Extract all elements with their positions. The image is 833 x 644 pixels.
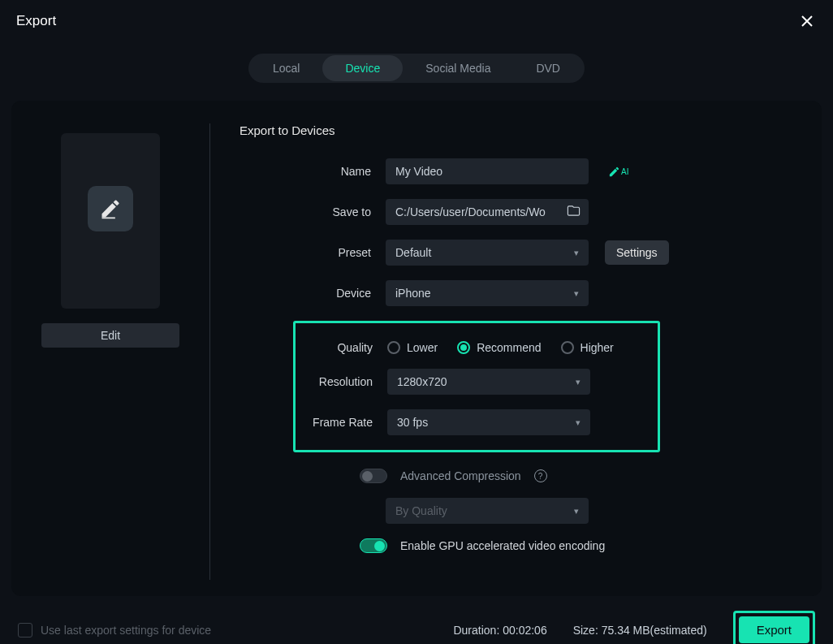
resolution-select[interactable]: 1280x720 ▾ [387, 369, 590, 395]
remember-label: Use last export settings for device [41, 624, 211, 637]
export-button[interactable]: Export [739, 616, 809, 643]
radio-icon [561, 341, 574, 354]
preset-value: Default [395, 246, 431, 259]
section-title: Export to Devices [240, 123, 805, 137]
chevron-down-icon: ▾ [574, 506, 579, 516]
export-button-highlight: Export [733, 611, 815, 644]
tab-group: Local Device Social Media DVD [248, 54, 585, 83]
help-button[interactable]: ? [534, 469, 547, 482]
edit-button[interactable]: Edit [41, 323, 179, 348]
pencil-ai-icon [608, 166, 620, 178]
device-value: iPhone [395, 287, 431, 300]
compression-mode-value: By Quality [395, 504, 447, 517]
question-icon: ? [538, 472, 543, 481]
adv-compression-label: Advanced Compression [400, 469, 521, 482]
name-input[interactable] [386, 158, 589, 184]
preset-select[interactable]: Default ▾ [386, 240, 589, 266]
compression-mode-select[interactable]: By Quality ▾ [386, 498, 589, 524]
preset-label: Preset [240, 246, 386, 259]
tab-local[interactable]: Local [250, 55, 322, 81]
settings-button[interactable]: Settings [605, 240, 669, 265]
ai-rename-button[interactable]: AI [608, 166, 628, 178]
chevron-down-icon: ▾ [576, 417, 581, 428]
chevron-down-icon: ▾ [576, 377, 581, 387]
resolution-label: Resolution [296, 375, 387, 388]
framerate-value: 30 fps [397, 416, 428, 429]
saveto-label: Save to [240, 205, 386, 218]
close-button[interactable] [797, 11, 817, 31]
toggle-knob-icon [362, 471, 373, 482]
preview-thumbnail [61, 133, 160, 309]
highlighted-settings-group: Quality Lower Recommend Higher [293, 321, 660, 452]
chevron-down-icon: ▾ [574, 288, 579, 299]
pencil-icon [99, 197, 122, 220]
radio-icon [457, 341, 470, 354]
quality-radio-higher[interactable]: Higher [561, 341, 614, 354]
gpu-label: Enable GPU accelerated video encoding [400, 539, 605, 552]
page-title: Export [16, 13, 56, 29]
adv-compression-toggle[interactable] [360, 469, 387, 483]
name-label: Name [240, 165, 386, 178]
tab-dvd[interactable]: DVD [513, 55, 583, 81]
quality-label: Quality [296, 341, 387, 354]
saveto-input[interactable] [386, 199, 589, 225]
tab-social-media[interactable]: Social Media [403, 55, 513, 81]
tab-device[interactable]: Device [322, 55, 403, 81]
size-info: Size: 75.34 MB(estimated) [573, 624, 707, 637]
device-select[interactable]: iPhone ▾ [386, 280, 589, 306]
chevron-down-icon: ▾ [574, 248, 579, 258]
quality-recommend-label: Recommend [477, 341, 541, 354]
resolution-value: 1280x720 [397, 375, 447, 388]
quality-radio-recommend[interactable]: Recommend [457, 341, 541, 354]
remember-checkbox[interactable] [18, 623, 32, 638]
quality-higher-label: Higher [581, 341, 614, 354]
framerate-label: Frame Rate [296, 416, 387, 429]
quality-radio-lower[interactable]: Lower [387, 341, 438, 354]
close-icon [801, 15, 814, 28]
folder-icon [567, 204, 581, 218]
gpu-toggle[interactable] [360, 538, 387, 553]
browse-folder-button[interactable] [567, 204, 581, 221]
toggle-knob-icon [374, 541, 385, 551]
duration-info: Duration: 00:02:06 [453, 624, 546, 637]
framerate-select[interactable]: 30 fps ▾ [387, 409, 590, 435]
device-label: Device [240, 287, 386, 300]
svg-rect-0 [102, 218, 115, 219]
quality-lower-label: Lower [407, 341, 438, 354]
pencil-icon-box [88, 186, 133, 231]
radio-icon [387, 341, 400, 354]
